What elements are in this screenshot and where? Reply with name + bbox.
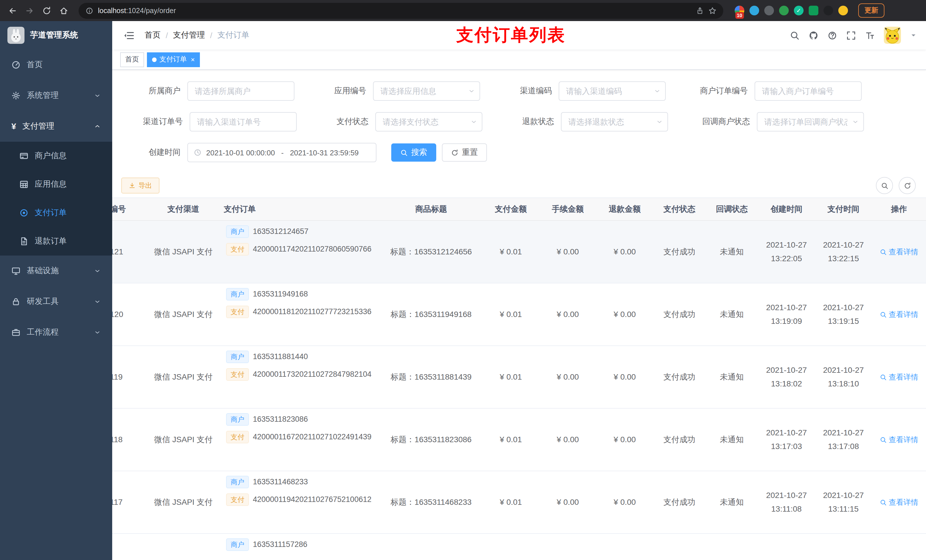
fullscreen-icon[interactable] (846, 30, 856, 40)
ext-green-icon[interactable] (779, 6, 789, 15)
ext-gray-icon[interactable] (764, 6, 774, 15)
cell-pay_time: 2021-10-2713:19:15 (815, 284, 872, 346)
view-detail-link[interactable]: 查看详情 (879, 434, 918, 445)
sidebar-item-infrastructure[interactable]: 基础设施 (0, 255, 112, 286)
filter-label: 退款状态 (499, 117, 561, 127)
channel-code-select[interactable] (559, 82, 666, 101)
topbar-icons (790, 27, 917, 44)
view-detail-link[interactable]: 查看详情 (879, 371, 918, 383)
cell-title: 标题：1635312124656 (380, 221, 483, 283)
filter-label: 回调商户状态 (685, 117, 757, 127)
col-amount: 支付金额 (483, 198, 539, 220)
filter-label: 商户订单编号 (683, 86, 755, 96)
pay-status-select[interactable] (375, 112, 483, 131)
col-create_time: 创建时间 (758, 198, 815, 220)
cell-refund: ¥ 0.00 (596, 409, 653, 471)
view-detail-link[interactable]: 查看详情 (879, 246, 918, 258)
ext-square-icon[interactable] (809, 6, 819, 15)
avatar-caret-down-icon[interactable] (910, 32, 917, 39)
cell-order: 商户1635311881440支付42000011732021102728479… (220, 346, 380, 408)
sidebar-item-app-info[interactable]: 应用信息 (0, 170, 112, 199)
sidebar-item-label: 商户信息 (35, 151, 67, 161)
sidebar-item-system-management[interactable]: 系统管理 (0, 80, 112, 111)
cell-id: 119 (112, 346, 146, 408)
back-icon[interactable] (5, 3, 21, 18)
col-title: 商品标题 (380, 198, 483, 220)
extensions-puzzle-icon[interactable]: 10 (735, 6, 744, 15)
channel-order-no-input[interactable] (190, 112, 297, 131)
ext-dark-icon[interactable] (823, 6, 833, 15)
view-detail-link[interactable]: 查看详情 (879, 309, 918, 320)
font-size-icon[interactable] (865, 30, 875, 40)
ext-blue-icon[interactable] (749, 6, 759, 15)
ext-check-icon[interactable]: ✓ (794, 6, 803, 15)
tab-close-icon[interactable]: × (191, 56, 195, 63)
hamburger-icon[interactable] (121, 30, 137, 41)
view-detail-label: 查看详情 (889, 246, 918, 258)
tab-home[interactable]: 首页 (120, 52, 144, 67)
cell-fee: ¥ 0.00 (539, 409, 596, 471)
view-detail-link[interactable]: 查看详情 (879, 497, 918, 508)
cell-action: 查看详情 (872, 221, 926, 283)
url-text: localhost:1024/pay/order (98, 6, 176, 15)
grid-icon (20, 180, 29, 189)
cell-title: 标题：1635311468233 (380, 471, 483, 533)
cell-create_time: 2021-10-2713:19:09 (758, 284, 815, 346)
sidebar-item-home[interactable]: 首页 (0, 50, 112, 80)
refund-status-select[interactable] (561, 112, 668, 131)
sidebar-item-label: 退款订单 (35, 236, 67, 246)
sidebar-item-label: 支付订单 (35, 208, 67, 218)
home-icon[interactable] (56, 3, 72, 18)
sidebar-item-merchant-info[interactable]: 商户信息 (0, 142, 112, 170)
search-icon (879, 436, 887, 443)
tab-payment-order[interactable]: 支付订单× (147, 52, 200, 67)
share-icon[interactable] (696, 6, 704, 15)
table-row: 118微信 JSAPI 支付商户1635311823086支付420000116… (112, 409, 926, 471)
help-icon[interactable] (828, 30, 837, 40)
refresh-table-button[interactable] (899, 177, 916, 194)
chevron-up-icon (94, 123, 101, 130)
sidebar-item-refund-order[interactable]: 退款订单 (0, 227, 112, 255)
merchant-order-no: 1635311949168 (253, 288, 308, 300)
user-avatar[interactable] (884, 27, 901, 44)
cell-amount: ¥ 0.01 (483, 221, 539, 283)
toggle-search-button[interactable] (876, 177, 893, 194)
merchant-order-no-input[interactable] (755, 82, 862, 101)
notify-status-select[interactable] (757, 112, 864, 131)
update-button[interactable]: 更新 (858, 3, 884, 18)
pay-tag: 支付 (226, 243, 249, 255)
col-refund: 退款金额 (596, 198, 653, 220)
address-bar[interactable]: localhost:1024/pay/order (79, 3, 723, 18)
export-button[interactable]: 导出 (121, 178, 159, 193)
app-no-select[interactable] (373, 82, 480, 101)
github-icon[interactable] (809, 30, 819, 40)
cell-refund: ¥ 0.00 (596, 284, 653, 346)
breadcrumb-payment[interactable]: 支付管理 (173, 30, 205, 41)
cell-refund: ¥ 0.00 (596, 346, 653, 408)
forward-icon[interactable] (22, 3, 38, 18)
sidebar-item-payment-management[interactable]: ¥支付管理 (0, 111, 112, 142)
reload-icon[interactable] (39, 3, 54, 18)
filter-row: 所属商户应用编号渠道编码商户订单编号 (112, 82, 926, 101)
sidebar-item-workflow[interactable]: 工作流程 (0, 317, 112, 348)
col-fee: 手续金额 (539, 198, 596, 220)
download-icon (129, 182, 136, 189)
sidebar-item-payment-order[interactable]: 支付订单 (0, 199, 112, 227)
search-icon[interactable] (790, 30, 800, 40)
reset-button[interactable]: 重置 (442, 143, 487, 162)
search-button[interactable]: 搜索 (391, 143, 436, 162)
cell-id: 121 (112, 221, 146, 283)
breadcrumb-home[interactable]: 首页 (145, 30, 160, 41)
create-time-range-picker[interactable]: 2021-10-01 00:00:00 - 2021-10-31 23:59:5… (188, 143, 377, 162)
filter-pay-status: 支付状态 (314, 112, 483, 131)
filter-label: 应用编号 (312, 86, 373, 96)
date-end: 2021-10-31 23:59:59 (290, 148, 359, 157)
bookmark-star-icon[interactable] (708, 6, 716, 15)
merchant-input[interactable] (188, 82, 294, 101)
cell-channel: 微信 JSAPI 支付 (146, 471, 220, 533)
ext-face-icon[interactable] (838, 6, 848, 15)
app-logo[interactable]: 芋道管理系统 (0, 21, 112, 50)
sidebar-item-dev-tools[interactable]: 研发工具 (0, 286, 112, 317)
cell-channel: 微信 JSAPI 支付 (146, 221, 220, 283)
site-info-icon[interactable] (85, 6, 94, 15)
